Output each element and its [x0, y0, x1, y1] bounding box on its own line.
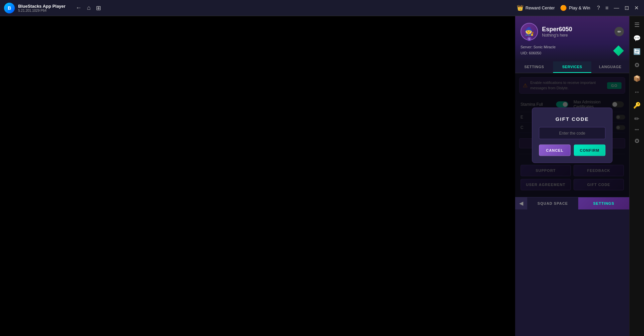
profile-info: Esper6050 Nothing's here: [542, 26, 610, 38]
profile-subtitle: Nothing's here: [542, 33, 610, 38]
avatar-badge: S: [527, 37, 532, 41]
confirm-button[interactable]: CONFIRM: [574, 144, 605, 156]
home-icon[interactable]: ⌂: [87, 4, 91, 11]
play-icon: 🟠: [560, 5, 567, 11]
sidebar-icon-gear1[interactable]: ⚙: [631, 59, 643, 71]
sidebar-icon-chat[interactable]: 💬: [631, 32, 643, 44]
bottom-nav-back-arrow[interactable]: ◀: [515, 197, 527, 209]
windows-icon[interactable]: ⊞: [96, 4, 101, 12]
topbar-left: B BlueStacks App Player 5.21.201.1029 P6…: [4, 3, 101, 13]
main-content: 🧙 S Esper6050 Nothing's here ✏ Server: S…: [0, 16, 644, 336]
topbar-right: 👑 Reward Center 🟠 Play & Win ? ≡ — ⊡ ✕: [517, 3, 640, 12]
minimize-icon[interactable]: —: [612, 4, 621, 12]
topbar: B BlueStacks App Player 5.21.201.1029 P6…: [0, 0, 644, 16]
left-area: [0, 16, 515, 336]
sidebar-icon-menu[interactable]: ☰: [631, 19, 643, 31]
sidebar-icon-edit[interactable]: ✏: [631, 113, 643, 125]
uid-label: UID: 606050: [521, 50, 624, 56]
cancel-button[interactable]: CANCEL: [539, 144, 571, 156]
play-win-button[interactable]: 🟠 Play & Win: [560, 5, 590, 11]
server-label: Server: Sonic Miracle: [521, 44, 624, 50]
sidebar-icon-gear2[interactable]: ⚙: [631, 135, 643, 147]
sidebar-icon-package[interactable]: 📦: [631, 73, 643, 85]
maximize-icon[interactable]: ⊡: [623, 3, 630, 12]
tab-language[interactable]: LANGUAGE: [591, 61, 629, 73]
tab-services[interactable]: SERVICES: [553, 61, 591, 73]
profile-name: Esper6050: [542, 26, 610, 33]
reward-center-label: Reward Center: [526, 5, 555, 10]
sidebar-icon-resize[interactable]: ↔: [631, 86, 643, 98]
sidebar-icon-refresh[interactable]: 🔄: [631, 46, 643, 58]
app-info: BlueStacks App Player 5.21.201.1029 P64: [18, 4, 65, 12]
sidebar-dots: •••: [635, 128, 639, 132]
right-sidebar: ☰ 💬 🔄 ⚙ 📦 ↔ 🔑 ✏ ••• ⚙: [629, 16, 644, 336]
sidebar-icon-key[interactable]: 🔑: [631, 99, 643, 111]
squad-space-button[interactable]: SQUAD SPACE: [527, 197, 578, 209]
help-icon[interactable]: ?: [596, 4, 601, 12]
tab-settings[interactable]: SETTINGS: [515, 61, 553, 73]
app-version: 5.21.201.1029 P64: [18, 9, 65, 12]
modal-title: GIFT CODE: [539, 116, 605, 122]
back-icon[interactable]: ←: [76, 4, 82, 11]
bluestacks-logo: B: [4, 3, 15, 13]
app-name: BlueStacks App Player: [18, 4, 65, 9]
gift-code-input[interactable]: [539, 127, 605, 139]
game-panel: 🧙 S Esper6050 Nothing's here ✏ Server: S…: [515, 16, 629, 336]
profile-header: 🧙 S Esper6050 Nothing's here ✏ Server: S…: [515, 16, 629, 61]
avatar: 🧙 S: [521, 23, 538, 40]
tabs: SETTINGS SERVICES LANGUAGE: [515, 61, 629, 73]
bottom-nav: ◀ SQUAD SPACE SETTINGS: [515, 197, 629, 209]
reward-center-button[interactable]: 👑 Reward Center: [517, 5, 555, 11]
gift-code-modal: GIFT CODE CANCEL CONFIRM: [532, 107, 612, 163]
menu-icon[interactable]: ≡: [604, 4, 610, 12]
profile-row: 🧙 S Esper6050 Nothing's here ✏: [521, 23, 624, 40]
settings-button[interactable]: SETTINGS: [578, 197, 629, 209]
modal-buttons: CANCEL CONFIRM: [539, 144, 605, 156]
profile-server: Server: Sonic Miracle UID: 606050: [521, 44, 624, 56]
edit-profile-button[interactable]: ✏: [614, 27, 624, 36]
close-icon[interactable]: ✕: [633, 3, 640, 12]
play-win-label: Play & Win: [569, 5, 590, 10]
topbar-actions: ? ≡ — ⊡ ✕: [596, 3, 640, 12]
topbar-nav: ← ⌂ ⊞: [76, 4, 101, 12]
crown-icon: 👑: [517, 5, 524, 11]
